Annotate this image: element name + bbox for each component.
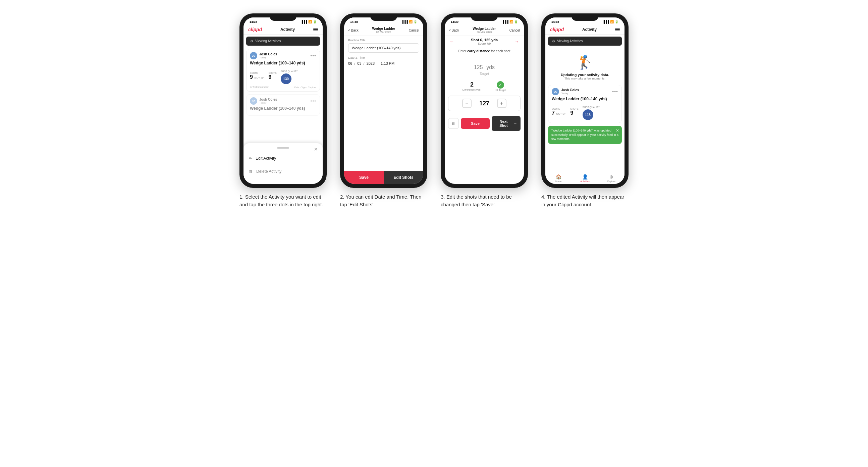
wifi-icon-2: 📶 [409,20,412,24]
hamburger-menu-4[interactable] [615,28,620,31]
trash-icon: 🗑 [249,169,253,174]
card-title-4: Wedge Ladder (100–140 yds) [552,97,618,101]
sheet-handle [277,147,289,149]
date-month[interactable]: 03 [357,61,361,65]
card-header-4: JC Josh Coles Today ••• [552,88,618,95]
shot-instruction: Enter carry distance for each shot [445,47,524,55]
toast-message: "Wedge Ladder (100–140 yds)" was updated… [551,129,618,141]
nav-title-3: Wedge Ladder [473,27,496,31]
card-stats-4: Score 7 OUT OF Shots 9 Shot Quality 118 [552,103,618,120]
hit-target-icon: ✓ [497,81,504,89]
date-time-label: Date & Time [348,56,419,59]
avatar-2: JC [250,97,257,105]
status-icons-4: ▐▐▐ 📶 🔋 [603,20,618,24]
signal-icon-1: ▐▐▐ [301,20,307,24]
success-toast: ✕ "Wedge Ladder (100–140 yds)" was updat… [548,126,622,144]
nav-home[interactable]: 🏠 Home [545,174,572,183]
nav-activities[interactable]: 👤 Activities [572,174,598,183]
nav-bar-4: clippd Activity [545,25,624,35]
back-btn-2[interactable]: < Back [348,29,359,32]
capture-label: Capture [607,180,615,183]
golf-flag-icon: 🏌️ [577,54,593,70]
phone-3-screen: 14:39 ▐▐▐ 📶 🔋 < Back Wedge Ladder 06 Mar… [445,18,524,184]
shot-distance-input[interactable] [474,100,494,107]
shots-block-4: Shots 9 [570,108,578,116]
toast-close-icon[interactable]: ✕ [616,128,619,133]
activities-icon: 👤 [582,174,588,180]
sheet-close-icon[interactable]: ✕ [314,147,318,152]
delete-activity-label: Delete Activity [256,169,281,174]
card-stats-1: Score 9 OUT OF Shots 9 Shot Quality 130 [250,67,316,84]
avatar-4: JC [552,88,559,95]
user-info-4: JC Josh Coles Today [552,88,579,95]
back-cancel-bar-3: < Back Wedge Ladder 06 Mar 2023 Cancel [445,25,524,36]
edit-activity-item[interactable]: ✏ Edit Activity [249,153,317,164]
delete-activity-item[interactable]: 🗑 Delete Activity [249,166,317,177]
save-btn-2[interactable]: Save [344,171,384,184]
filter-icon-1: ⚙ [250,39,253,43]
phone-2-frame: 14:38 ▐▐▐ 📶 🔋 < Back Wedge Ladder 06 Mar… [340,13,427,188]
phone-2-column: 14:38 ▐▐▐ 📶 🔋 < Back Wedge Ladder 06 Mar… [338,13,429,208]
nav-logo-4: clippd [550,27,564,32]
form-buttons-2: Save Edit Shots [344,171,423,184]
viewing-banner-text-1: Viewing Activities [255,39,281,43]
shot-progress-nav: ← Shot 6, 125 yds Score 7/9 → [445,36,524,47]
status-time-4: 14:38 [551,20,559,24]
edit-shots-btn[interactable]: Edit Shots [384,171,423,184]
phone-3-column: 14:39 ▐▐▐ 📶 🔋 < Back Wedge Ladder 06 Mar… [439,13,530,208]
next-shot-arrow-btn[interactable]: → [515,39,519,44]
next-shot-btn[interactable]: Next Shot → [492,116,521,131]
caption-3: 3. Edit the shots that need to be change… [441,193,528,208]
score-block-1: Score 9 OUT OF [250,72,264,80]
card-title-1: Wedge Ladder (100–140 yds) [250,61,316,65]
phone-2-screen: 14:38 ▐▐▐ 📶 🔋 < Back Wedge Ladder 06 Mar… [344,18,423,184]
decrement-btn[interactable]: − [462,99,471,108]
context-menu-sheet: ✕ ✏ Edit Activity 🗑 Delete Activity [244,143,323,184]
dots-menu-1[interactable]: ••• [310,53,316,58]
date-day[interactable]: 06 [348,61,352,65]
dots-menu-4[interactable]: ••• [612,89,618,94]
shot-info-center: Shot 6, 125 yds Score 7/9 [471,38,498,45]
status-icons-3: ▐▐▐ 📶 🔋 [502,20,518,24]
shot-score: Score 7/9 [471,42,498,45]
date-year[interactable]: 2023 [367,61,375,65]
delete-shot-btn[interactable]: 🗑 [448,118,459,129]
signal-icon-2: ▐▐▐ [401,20,408,24]
phones-row: 14:38 ▐▐▐ 📶 🔋 clippd Activity [238,13,630,208]
viewing-banner-4: ⚙ Viewing Activities [548,37,622,45]
wifi-icon-1: 📶 [308,20,312,24]
activity-card-1[interactable]: JC Josh Coles Today ••• Wedge Ladder (10… [246,49,320,92]
back-btn-3[interactable]: < Back [449,29,459,32]
phone-3-frame: 14:39 ▐▐▐ 📶 🔋 < Back Wedge Ladder 06 Mar… [441,13,528,188]
prev-shot-btn[interactable]: ← [450,39,454,44]
shot-input-row: − + [448,96,521,111]
user-name-2: Josh Coles [259,98,277,101]
hamburger-menu-1[interactable] [313,28,318,31]
edit-activity-label: Edit Activity [255,156,276,161]
increment-btn[interactable]: + [497,99,506,108]
wifi-icon-4: 📶 [610,20,614,24]
practice-title-input[interactable] [348,43,419,53]
save-shot-btn[interactable]: Save [461,118,490,129]
spacer-4 [545,145,624,172]
nav-capture[interactable]: ⊕ Capture [598,174,624,183]
cancel-btn-3[interactable]: Cancel [509,29,520,32]
updating-sub: This may take a few moments. [564,77,606,80]
phone-1-notch [270,13,297,21]
signal-icon-3: ▐▐▐ [502,20,508,24]
status-time-3: 14:39 [451,20,459,24]
nav-bar-1: clippd Activity [244,25,323,35]
nav-date-3: 06 Mar 2023 [473,31,496,34]
battery-icon-2: 🔋 [413,20,417,24]
nav-logo-1: clippd [248,27,262,32]
time-value[interactable]: 1:13 PM [381,61,395,65]
difference-label: Difference (yds) [463,88,481,91]
updating-container: 🏌️ Updating your activity data. This may… [545,48,624,84]
viewing-banner-text-4: Viewing Activities [557,39,583,43]
activity-card-4[interactable]: JC Josh Coles Today ••• Wedge Ladder (10… [548,85,622,123]
user-name-4: Josh Coles [561,88,579,92]
cancel-btn-2[interactable]: Cancel [409,29,419,32]
practice-title-label: Practice Title [348,39,419,42]
card-footer-1: ⊙ Test Information Data: Clippd Capture [250,86,316,89]
phone-3-notch [471,13,498,21]
